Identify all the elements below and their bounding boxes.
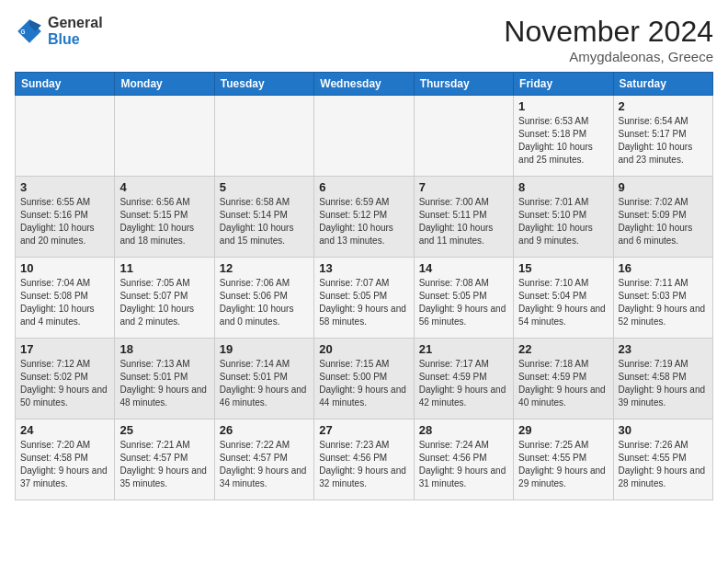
calendar-cell: 20Sunrise: 7:15 AM Sunset: 5:00 PM Dayli… [314, 339, 414, 419]
logo-general: General [48, 15, 103, 31]
day-number: 24 [20, 423, 109, 437]
calendar-cell: 25Sunrise: 7:21 AM Sunset: 4:57 PM Dayli… [115, 419, 214, 500]
day-number: 25 [119, 423, 209, 437]
cell-content: Sunrise: 7:00 AM Sunset: 5:11 PM Dayligh… [419, 196, 508, 247]
calendar-header: SundayMondayTuesdayWednesdayThursdayFrid… [16, 73, 713, 96]
weekday-header-friday: Friday [514, 73, 613, 96]
cell-content: Sunrise: 7:13 AM Sunset: 5:01 PM Dayligh… [119, 358, 209, 409]
calendar-cell: 5Sunrise: 6:58 AM Sunset: 5:14 PM Daylig… [214, 177, 313, 258]
cell-content: Sunrise: 6:56 AM Sunset: 5:15 PM Dayligh… [119, 196, 209, 247]
cell-content: Sunrise: 7:24 AM Sunset: 4:56 PM Dayligh… [419, 439, 508, 490]
cell-content: Sunrise: 7:10 AM Sunset: 5:04 PM Dayligh… [518, 277, 608, 328]
weekday-header-monday: Monday [115, 73, 214, 96]
day-number: 5 [220, 180, 309, 194]
day-number: 14 [419, 261, 508, 275]
day-number: 12 [220, 261, 309, 275]
calendar-cell [314, 96, 414, 177]
cell-content: Sunrise: 7:18 AM Sunset: 4:59 PM Dayligh… [518, 358, 608, 409]
cell-content: Sunrise: 7:20 AM Sunset: 4:58 PM Dayligh… [20, 439, 109, 490]
day-number: 22 [518, 342, 608, 356]
calendar-cell: 3Sunrise: 6:55 AM Sunset: 5:16 PM Daylig… [16, 177, 115, 258]
day-number: 17 [20, 342, 109, 356]
calendar-cell: 30Sunrise: 7:26 AM Sunset: 4:55 PM Dayli… [613, 419, 712, 500]
cell-content: Sunrise: 7:15 AM Sunset: 5:00 PM Dayligh… [319, 358, 408, 409]
calendar-cell: 18Sunrise: 7:13 AM Sunset: 5:01 PM Dayli… [115, 339, 214, 419]
calendar-cell: 27Sunrise: 7:23 AM Sunset: 4:56 PM Dayli… [314, 419, 414, 500]
day-number: 11 [119, 261, 209, 275]
day-number: 8 [518, 180, 608, 194]
logo-icon: G [15, 17, 44, 46]
calendar-cell: 14Sunrise: 7:08 AM Sunset: 5:05 PM Dayli… [414, 258, 513, 339]
cell-content: Sunrise: 7:08 AM Sunset: 5:05 PM Dayligh… [419, 277, 508, 328]
cell-content: Sunrise: 7:22 AM Sunset: 4:57 PM Dayligh… [220, 439, 309, 490]
day-number: 10 [20, 261, 109, 275]
cell-content: Sunrise: 6:59 AM Sunset: 5:12 PM Dayligh… [319, 196, 408, 247]
calendar-cell: 8Sunrise: 7:01 AM Sunset: 5:10 PM Daylig… [514, 177, 613, 258]
weekday-header-sunday: Sunday [16, 73, 115, 96]
title-block: November 2024 Amygdaleonas, Greece [504, 15, 713, 64]
day-number: 16 [619, 261, 708, 275]
day-number: 27 [319, 423, 408, 437]
day-number: 21 [419, 342, 508, 356]
calendar-cell: 10Sunrise: 7:04 AM Sunset: 5:08 PM Dayli… [16, 258, 115, 339]
cell-content: Sunrise: 7:02 AM Sunset: 5:09 PM Dayligh… [619, 196, 708, 247]
calendar-cell: 17Sunrise: 7:12 AM Sunset: 5:02 PM Dayli… [16, 339, 115, 419]
cell-content: Sunrise: 7:23 AM Sunset: 4:56 PM Dayligh… [319, 439, 408, 490]
calendar-cell: 13Sunrise: 7:07 AM Sunset: 5:05 PM Dayli… [314, 258, 414, 339]
day-number: 18 [119, 342, 209, 356]
calendar-cell: 4Sunrise: 6:56 AM Sunset: 5:15 PM Daylig… [115, 177, 214, 258]
day-number: 28 [419, 423, 508, 437]
calendar-cell: 15Sunrise: 7:10 AM Sunset: 5:04 PM Dayli… [514, 258, 613, 339]
calendar-week-1: 1Sunrise: 6:53 AM Sunset: 5:18 PM Daylig… [16, 96, 713, 177]
day-number: 4 [119, 180, 209, 194]
day-number: 1 [518, 99, 608, 113]
day-number: 19 [220, 342, 309, 356]
calendar-body: 1Sunrise: 6:53 AM Sunset: 5:18 PM Daylig… [16, 96, 713, 500]
day-number: 7 [419, 180, 508, 194]
logo-blue: Blue [48, 31, 103, 48]
calendar-cell: 23Sunrise: 7:19 AM Sunset: 4:58 PM Dayli… [613, 339, 712, 419]
calendar-cell [115, 96, 214, 177]
calendar-cell: 26Sunrise: 7:22 AM Sunset: 4:57 PM Dayli… [214, 419, 313, 500]
calendar-cell [414, 96, 513, 177]
calendar-table: SundayMondayTuesdayWednesdayThursdayFrid… [15, 72, 713, 500]
page-header: G General Blue November 2024 Amygdaleona… [15, 15, 713, 64]
cell-content: Sunrise: 7:07 AM Sunset: 5:05 PM Dayligh… [319, 277, 408, 328]
cell-content: Sunrise: 6:53 AM Sunset: 5:18 PM Dayligh… [518, 115, 608, 167]
cell-content: Sunrise: 7:14 AM Sunset: 5:01 PM Dayligh… [220, 358, 309, 409]
weekday-header-saturday: Saturday [613, 73, 712, 96]
calendar-cell: 22Sunrise: 7:18 AM Sunset: 4:59 PM Dayli… [514, 339, 613, 419]
cell-content: Sunrise: 7:04 AM Sunset: 5:08 PM Dayligh… [20, 277, 109, 328]
calendar-week-3: 10Sunrise: 7:04 AM Sunset: 5:08 PM Dayli… [16, 258, 713, 339]
day-number: 23 [619, 342, 708, 356]
cell-content: Sunrise: 6:58 AM Sunset: 5:14 PM Dayligh… [220, 196, 309, 247]
day-number: 9 [619, 180, 708, 194]
day-number: 2 [619, 99, 708, 113]
calendar-cell: 6Sunrise: 6:59 AM Sunset: 5:12 PM Daylig… [314, 177, 414, 258]
calendar-cell: 2Sunrise: 6:54 AM Sunset: 5:17 PM Daylig… [613, 96, 712, 177]
cell-content: Sunrise: 7:25 AM Sunset: 4:55 PM Dayligh… [518, 439, 608, 490]
cell-content: Sunrise: 7:11 AM Sunset: 5:03 PM Dayligh… [619, 277, 708, 328]
day-number: 30 [619, 423, 708, 437]
calendar-cell [214, 96, 313, 177]
cell-content: Sunrise: 7:19 AM Sunset: 4:58 PM Dayligh… [619, 358, 708, 409]
calendar-cell: 19Sunrise: 7:14 AM Sunset: 5:01 PM Dayli… [214, 339, 313, 419]
calendar-cell: 9Sunrise: 7:02 AM Sunset: 5:09 PM Daylig… [613, 177, 712, 258]
calendar-cell [16, 96, 115, 177]
weekday-header-tuesday: Tuesday [214, 73, 313, 96]
calendar-week-4: 17Sunrise: 7:12 AM Sunset: 5:02 PM Dayli… [16, 339, 713, 419]
weekday-header-row: SundayMondayTuesdayWednesdayThursdayFrid… [16, 73, 713, 96]
weekday-header-wednesday: Wednesday [314, 73, 414, 96]
cell-content: Sunrise: 7:21 AM Sunset: 4:57 PM Dayligh… [119, 439, 209, 490]
cell-content: Sunrise: 7:17 AM Sunset: 4:59 PM Dayligh… [419, 358, 508, 409]
cell-content: Sunrise: 6:55 AM Sunset: 5:16 PM Dayligh… [20, 196, 109, 247]
calendar-cell: 11Sunrise: 7:05 AM Sunset: 5:07 PM Dayli… [115, 258, 214, 339]
svg-text:G: G [20, 29, 25, 35]
calendar-cell: 1Sunrise: 6:53 AM Sunset: 5:18 PM Daylig… [514, 96, 613, 177]
calendar-cell: 7Sunrise: 7:00 AM Sunset: 5:11 PM Daylig… [414, 177, 513, 258]
cell-content: Sunrise: 7:05 AM Sunset: 5:07 PM Dayligh… [119, 277, 209, 328]
day-number: 29 [518, 423, 608, 437]
day-number: 6 [319, 180, 408, 194]
cell-content: Sunrise: 7:12 AM Sunset: 5:02 PM Dayligh… [20, 358, 109, 409]
cell-content: Sunrise: 7:26 AM Sunset: 4:55 PM Dayligh… [619, 439, 708, 490]
